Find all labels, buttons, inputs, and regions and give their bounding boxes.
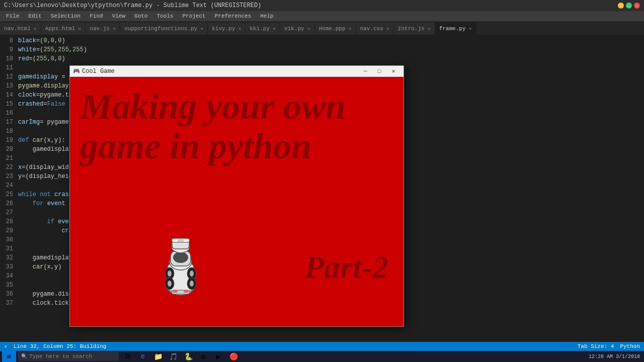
taskbar-apps: ⧉ e 📁 🎵 🐍 ⚙️ ▶ 🔴 [121, 351, 240, 362]
taskbar-right: 12:28 AM 3/1/2018 [589, 354, 642, 359]
taskbar-time: 12:28 AM [589, 354, 613, 359]
game-minimize-button[interactable]: ─ [358, 66, 372, 77]
tab-close-nav-html[interactable]: ✕ [34, 26, 37, 32]
menu-preferences[interactable]: Preferences [211, 11, 256, 21]
tab-apps-html[interactable]: Apps.html ✕ [41, 23, 86, 35]
search-icon: 🔍 [21, 353, 27, 359]
tab-supportingfunctions[interactable]: supportingfunctions.py ✕ [120, 23, 208, 35]
game-close-button[interactable]: ✕ [386, 66, 400, 77]
tab-close-home[interactable]: ✕ [349, 26, 352, 32]
game-main-text: Making your owngame in python [70, 87, 404, 166]
minimize-button[interactable]: ─ [618, 3, 624, 9]
tab-home[interactable]: Home.ppp ✕ [315, 23, 356, 35]
game-title-bar: 🎮 Cool Game ─ □ ✕ [70, 66, 404, 77]
code-line-10: red=(255,0,0) [18, 54, 644, 63]
maximize-button[interactable]: □ [626, 3, 632, 9]
code-line-8: black=(0,0,0) [18, 36, 644, 45]
menu-project[interactable]: Project [178, 11, 209, 21]
svg-point-4 [173, 252, 188, 263]
tabs-bar: nav.html ✕ Apps.html ✕ nav.js ✕ supporti… [0, 21, 644, 35]
app5-icon[interactable]: 🎵 [166, 351, 180, 362]
tab-close-kki[interactable]: ✕ [273, 26, 276, 32]
menu-view[interactable]: View [108, 11, 129, 21]
game-maximize-button[interactable]: □ [372, 66, 386, 77]
menu-selection[interactable]: Selection [47, 11, 85, 21]
close-button[interactable]: ✕ [634, 3, 640, 9]
tab-kivy[interactable]: kivy.py ✕ [208, 23, 246, 35]
menu-bar: File Edit Selection Find View Goto Tools… [0, 11, 644, 21]
car-graphic [160, 236, 211, 316]
svg-point-18 [190, 270, 194, 277]
game-window-title: Cool Game [82, 68, 358, 75]
game-window-icon: 🎮 [73, 68, 80, 75]
menu-file[interactable]: File [2, 11, 23, 21]
svg-rect-11 [173, 290, 178, 293]
app-title-bar: C:\Users\lenovo\Desktop\ytpython\frame.p… [0, 0, 644, 11]
taskbar-search[interactable]: 🔍 Type here to search [18, 352, 119, 361]
tab-close-apps-html[interactable]: ✕ [78, 26, 81, 32]
game-content-area: Making your owngame in python Part-2 [70, 77, 404, 326]
status-right: Tab Size: 4 Python [578, 343, 640, 349]
status-left: ⚡ [4, 343, 8, 350]
tab-vik[interactable]: vik.py ✕ [280, 23, 315, 35]
app7-icon[interactable]: ⚙️ [196, 351, 210, 362]
app8-icon[interactable]: ▶ [211, 351, 225, 362]
menu-help[interactable]: Help [256, 11, 277, 21]
tab-nav-css[interactable]: nav.css ✕ [356, 23, 394, 35]
tab-frame-py[interactable]: frame.py ✕ [435, 23, 476, 35]
menu-tools[interactable]: Tools [152, 11, 177, 21]
tab-close-frame[interactable]: ✕ [468, 26, 471, 32]
tab-intro-js[interactable]: Intro.js ✕ [394, 23, 435, 35]
svg-point-17 [168, 270, 172, 277]
tab-nav-html[interactable]: nav.html ✕ [0, 23, 41, 35]
svg-rect-12 [184, 290, 189, 293]
tab-kki[interactable]: kki.py ✕ [246, 23, 280, 35]
app6-icon[interactable]: 🐍 [181, 351, 195, 362]
tab-close-nav-css[interactable]: ✕ [386, 26, 389, 32]
game-window-controls: ─ □ ✕ [358, 66, 400, 77]
menu-find[interactable]: Find [86, 11, 107, 21]
window-controls: ─ □ ✕ [618, 3, 640, 9]
svg-point-19 [168, 281, 172, 287]
taskbar: ⊞ 🔍 Type here to search ⧉ e 📁 🎵 🐍 ⚙️ ▶ 🔴… [0, 351, 644, 362]
status-language: Python [620, 343, 640, 349]
game-window[interactable]: 🎮 Cool Game ─ □ ✕ Making your owngame in… [69, 65, 404, 327]
menu-goto[interactable]: Goto [130, 11, 151, 21]
code-line-9: white=(255,255,255) [18, 45, 644, 54]
tab-close-intro[interactable]: ✕ [428, 26, 431, 32]
tab-nav-js[interactable]: nav.js ✕ [86, 23, 120, 35]
app9-icon[interactable]: 🔴 [226, 351, 240, 362]
status-message: Line 32, Column 25: Building [14, 343, 107, 349]
taskbar-date: 3/1/2018 [616, 354, 640, 359]
menu-edit[interactable]: Edit [24, 11, 45, 21]
tab-close-vik[interactable]: ✕ [307, 26, 310, 32]
task-view-button[interactable]: ⧉ [121, 351, 135, 362]
file-explorer-icon[interactable]: 📁 [151, 351, 165, 362]
svg-rect-9 [184, 239, 189, 242]
tab-close-kivy[interactable]: ✕ [238, 26, 241, 32]
start-button[interactable]: ⊞ [2, 351, 16, 362]
status-tab-size: Tab Size: 4 [578, 343, 614, 349]
title-bar-text: C:\Users\lenovo\Desktop\ytpython\frame.p… [4, 2, 618, 9]
svg-point-20 [190, 281, 194, 287]
tab-close-nav-js[interactable]: ✕ [113, 26, 116, 32]
edge-browser-icon[interactable]: e [136, 351, 150, 362]
tab-close-sf[interactable]: ✕ [200, 26, 203, 32]
search-placeholder-text: Type here to search [29, 353, 92, 359]
status-bar: ⚡ Line 32, Column 25: Building Tab Size:… [0, 342, 644, 351]
game-part-text: Part-2 [304, 249, 388, 286]
line-numbers: 8 9 10 11 12 13 14 15 16 17 18 19 20 21 … [0, 35, 16, 337]
svg-rect-8 [173, 239, 178, 242]
